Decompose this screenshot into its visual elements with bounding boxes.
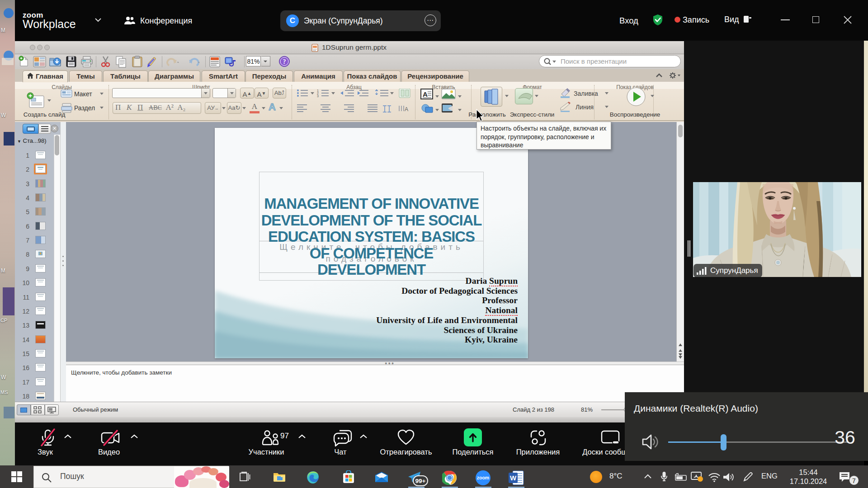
svg-text:?: ? <box>283 58 286 65</box>
svg-text:3: 3 <box>317 94 319 98</box>
svg-text:A: A <box>405 106 408 113</box>
svg-text:A: A <box>423 90 428 98</box>
svg-text:W: W <box>510 474 517 482</box>
